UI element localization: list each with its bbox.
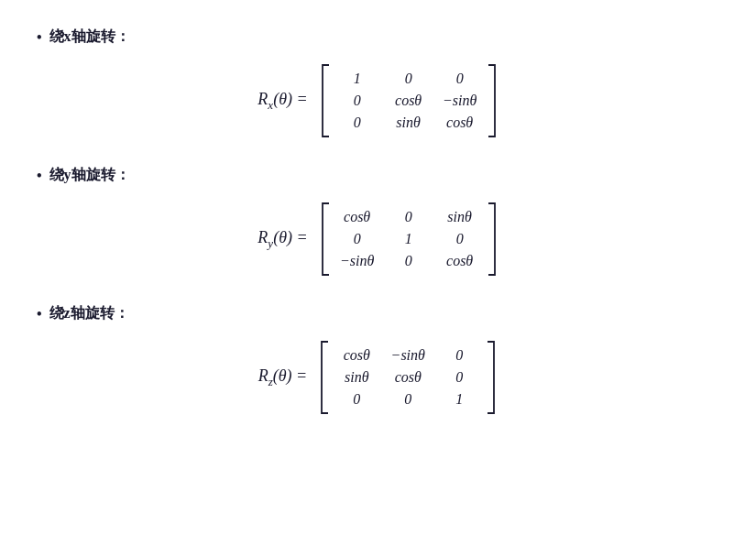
cell-rx-11: cosθ — [390, 93, 427, 109]
section-rz: • 绕z轴旋转： Rz(θ) = cosθ −sinθ 0 sinθ cosθ — [37, 304, 719, 415]
bullet-ry: • — [37, 168, 42, 184]
cell-ry-21: 0 — [390, 253, 427, 269]
cell-rx-01: 0 — [390, 71, 427, 87]
title-text-rx: 绕x轴旋转： — [49, 27, 130, 47]
cell-ry-00: cosθ — [339, 209, 376, 225]
cell-rx-20: 0 — [339, 115, 376, 131]
cell-ry-10: 0 — [339, 231, 376, 247]
section-ry: • 绕y轴旋转： Ry(θ) = cosθ 0 sinθ 0 1 0 — [37, 166, 719, 277]
cell-rz-11: cosθ — [389, 369, 426, 386]
left-bracket-rz — [318, 340, 331, 415]
cell-rz-22: 1 — [441, 391, 477, 408]
cell-rz-02: 0 — [441, 347, 477, 364]
title-text-rz: 绕z轴旋转： — [49, 304, 129, 323]
cell-rx-02: 0 — [442, 71, 478, 87]
formula-container-rx: Rx(θ) = 1 0 0 0 cosθ −sinθ 0 — [37, 63, 719, 138]
section-title-rx: • 绕x轴旋转： — [37, 27, 719, 47]
cell-rz-20: 0 — [338, 391, 375, 408]
matrix-rx: 1 0 0 0 cosθ −sinθ 0 sinθ cosθ — [332, 67, 486, 135]
bullet-rz: • — [37, 306, 42, 322]
section-title-rz: • 绕z轴旋转： — [37, 304, 719, 323]
cell-rz-00: cosθ — [338, 347, 375, 364]
section-title-ry: • 绕y轴旋转： — [37, 166, 719, 185]
formula-ry: Ry(θ) = cosθ 0 sinθ 0 1 0 −sinθ 0 — [257, 202, 498, 277]
lhs-rx: Rx(θ) = — [257, 90, 307, 113]
matrix-wrapper-rz: cosθ −sinθ 0 sinθ cosθ 0 0 0 1 — [318, 340, 498, 415]
right-bracket-rz — [485, 340, 498, 415]
cell-rx-21: sinθ — [390, 115, 427, 131]
formula-rx: Rx(θ) = 1 0 0 0 cosθ −sinθ 0 — [257, 63, 498, 138]
right-bracket-rx — [486, 63, 499, 138]
formula-container-rz: Rz(θ) = cosθ −sinθ 0 sinθ cosθ 0 0 — [37, 340, 719, 415]
cell-rz-10: sinθ — [338, 369, 375, 386]
right-bracket-ry — [486, 202, 499, 277]
cell-ry-11: 1 — [390, 231, 427, 247]
cell-rx-22: cosθ — [442, 115, 478, 131]
cell-ry-22: cosθ — [442, 253, 478, 269]
cell-ry-02: sinθ — [442, 209, 478, 225]
left-bracket-rx — [319, 63, 332, 138]
cell-rx-00: 1 — [339, 71, 376, 87]
lhs-rz: Rz(θ) = — [258, 366, 308, 389]
left-bracket-ry — [319, 202, 332, 277]
title-text-ry: 绕y轴旋转： — [49, 166, 130, 185]
cell-ry-12: 0 — [442, 231, 478, 247]
matrix-ry: cosθ 0 sinθ 0 1 0 −sinθ 0 cosθ — [332, 205, 486, 273]
cell-ry-01: 0 — [390, 209, 427, 225]
matrix-wrapper-rx: 1 0 0 0 cosθ −sinθ 0 sinθ cosθ — [319, 63, 499, 138]
formula-container-ry: Ry(θ) = cosθ 0 sinθ 0 1 0 −sinθ 0 — [37, 202, 719, 277]
formula-rz: Rz(θ) = cosθ −sinθ 0 sinθ cosθ 0 0 — [258, 340, 499, 415]
cell-ry-20: −sinθ — [339, 253, 376, 269]
cell-rz-21: 0 — [389, 391, 426, 408]
section-rx: • 绕x轴旋转： Rx(θ) = 1 0 0 0 cosθ — [37, 27, 719, 138]
matrix-wrapper-ry: cosθ 0 sinθ 0 1 0 −sinθ 0 cosθ — [319, 202, 499, 277]
cell-rx-12: −sinθ — [442, 93, 478, 109]
cell-rz-12: 0 — [441, 369, 477, 386]
lhs-ry: Ry(θ) = — [257, 228, 307, 251]
cell-rx-10: 0 — [339, 93, 376, 109]
bullet-rx: • — [37, 29, 42, 46]
cell-rz-01: −sinθ — [389, 347, 426, 364]
matrix-rz: cosθ −sinθ 0 sinθ cosθ 0 0 0 1 — [331, 344, 485, 411]
